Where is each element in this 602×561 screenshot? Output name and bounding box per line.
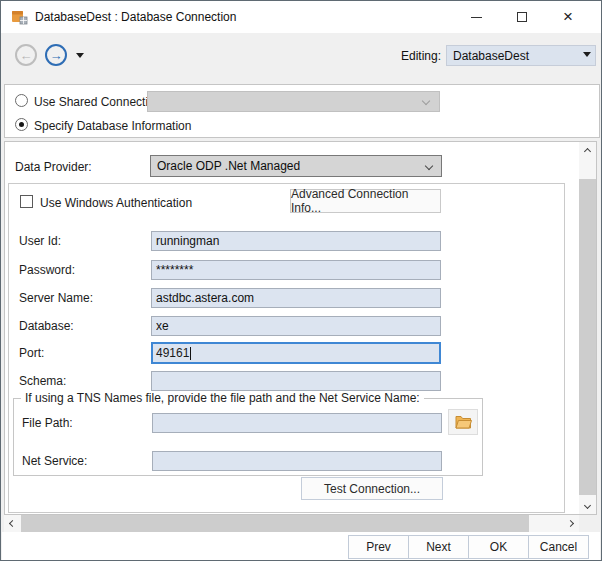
forward-icon: → [50, 49, 63, 62]
title-bar: DatabaseDest : Database Connection × [1, 1, 601, 33]
test-connection-button[interactable]: Test Connection... [301, 477, 443, 500]
scroll-left-button[interactable] [4, 515, 21, 532]
schema-field[interactable] [151, 371, 441, 391]
scroll-down-icon [584, 501, 591, 508]
database-info-panel: Use Windows Authentication Advanced Conn… [8, 183, 565, 513]
open-folder-icon [455, 415, 472, 429]
close-button[interactable]: × [547, 1, 589, 33]
schema-label: Schema: [19, 374, 66, 388]
windows-auth-label: Use Windows Authentication [40, 196, 192, 210]
test-connection-label: Test Connection... [324, 482, 420, 496]
shared-connection-caret-icon [422, 97, 430, 105]
net-service-field[interactable] [152, 451, 442, 471]
ok-button-label: OK [490, 540, 507, 554]
tns-names-group: If using a TNS Names file, provide the f… [13, 398, 483, 476]
database-table-icon [11, 9, 28, 25]
editing-label: Editing: [401, 49, 441, 63]
server-name-label: Server Name: [19, 291, 93, 305]
browse-file-button[interactable] [448, 409, 478, 435]
next-button[interactable]: Next [408, 535, 469, 559]
port-label: Port: [19, 346, 44, 360]
next-button-label: Next [426, 540, 451, 554]
scroll-right-button[interactable] [562, 515, 579, 532]
password-field[interactable] [151, 260, 441, 280]
back-button[interactable]: ← [15, 44, 37, 66]
user-id-field[interactable] [151, 231, 441, 251]
windows-auth-checkbox[interactable] [20, 195, 33, 208]
cancel-button[interactable]: Cancel [528, 535, 589, 559]
specify-database-label: Specify Database Information [34, 119, 191, 133]
maximize-icon [517, 12, 527, 22]
ok-button[interactable]: OK [468, 535, 529, 559]
window-title: DatabaseDest : Database Connection [35, 1, 236, 33]
scroll-left-icon [9, 520, 16, 527]
data-provider-caret-icon [425, 162, 433, 170]
use-shared-connection-label: Use Shared Connection [34, 95, 161, 109]
connection-mode-panel: Use Shared Connection Specify Database I… [4, 84, 600, 138]
close-icon: × [563, 7, 573, 27]
scroll-up-button[interactable] [579, 142, 596, 160]
horizontal-scrollbar[interactable] [4, 515, 579, 532]
net-service-label: Net Service: [22, 454, 87, 468]
database-label: Database: [19, 319, 74, 333]
scroll-right-icon [567, 520, 574, 527]
specify-database-radio[interactable] [15, 118, 28, 131]
text-cursor [190, 347, 191, 360]
file-path-label: File Path: [22, 416, 73, 430]
user-id-label: User Id: [19, 234, 61, 248]
cancel-button-label: Cancel [540, 540, 577, 554]
data-provider-combobox[interactable]: Oracle ODP .Net Managed [150, 155, 442, 177]
footer-buttons: Prev Next OK Cancel [349, 535, 589, 559]
minimize-icon [471, 17, 482, 18]
password-label: Password: [19, 263, 75, 277]
connection-form-area: Data Provider: Oracle ODP .Net Managed U… [4, 141, 597, 515]
forward-dropdown-caret-icon[interactable] [76, 53, 84, 58]
file-path-field[interactable] [152, 413, 442, 433]
forward-button[interactable]: → [45, 44, 67, 66]
editing-combobox-caret-icon [583, 52, 591, 57]
use-shared-connection-radio[interactable] [15, 94, 28, 107]
database-field[interactable] [151, 316, 441, 336]
advanced-connection-info-button[interactable]: Advanced Connection Info... [290, 189, 441, 213]
editing-combobox[interactable]: DatabaseDest [446, 45, 596, 66]
advanced-connection-info-label: Advanced Connection Info... [291, 187, 440, 215]
footer: Prev Next OK Cancel [2, 532, 600, 560]
vertical-scrollbar-thumb[interactable] [579, 179, 596, 495]
data-provider-value: Oracle ODP .Net Managed [157, 159, 300, 173]
tns-group-title: If using a TNS Names file, provide the f… [21, 391, 424, 405]
scroll-up-icon [584, 147, 591, 154]
editing-combobox-value: DatabaseDest [453, 49, 529, 63]
server-name-field[interactable] [151, 288, 441, 308]
minimize-button[interactable] [455, 1, 497, 33]
prev-button-label: Prev [366, 540, 391, 554]
port-field[interactable]: 49161 [151, 342, 441, 364]
shared-connection-select [147, 91, 440, 112]
maximize-button[interactable] [501, 1, 543, 33]
scroll-down-button[interactable] [579, 496, 596, 514]
back-icon: ← [20, 49, 33, 62]
horizontal-scrollbar-thumb[interactable] [21, 515, 529, 532]
toolbar: ← → Editing: DatabaseDest [2, 33, 600, 80]
prev-button[interactable]: Prev [348, 535, 409, 559]
port-value: 49161 [156, 346, 189, 360]
vertical-scrollbar[interactable] [579, 142, 596, 514]
data-provider-label: Data Provider: [15, 160, 92, 174]
database-connection-dialog: DatabaseDest : Database Connection × ← →… [0, 0, 602, 561]
